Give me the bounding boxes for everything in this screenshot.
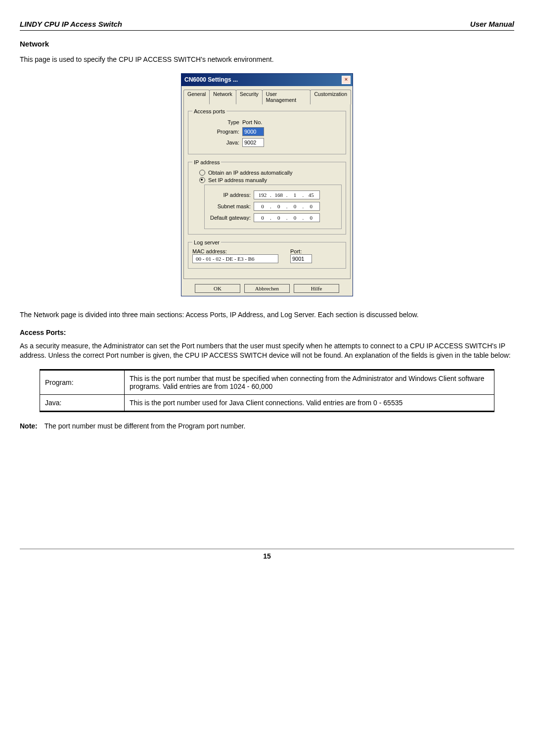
type-header: Type	[192, 119, 242, 125]
tab-body: Access ports Type Port No. Program: 9000…	[183, 104, 351, 279]
table-cell-key: Java:	[40, 394, 125, 411]
ip-octet: 168	[273, 192, 284, 198]
table-cell-value: This is the port number that must be spe…	[125, 370, 494, 394]
java-port-label: Java:	[192, 140, 242, 145]
help-button[interactable]: Hilfe	[294, 284, 339, 293]
ip-legend: IP address	[192, 159, 221, 165]
section-heading: Network	[20, 40, 514, 48]
tab-customization[interactable]: Customization	[310, 90, 351, 104]
access-ports-heading: Access Ports:	[20, 329, 514, 336]
log-legend: Log server	[192, 239, 221, 245]
log-server-group: Log server MAC address: 00 - 01 - 02 - D…	[188, 239, 346, 269]
ports-table: Program: This is the port number that mu…	[40, 369, 494, 412]
java-port-input[interactable]: 9002	[242, 138, 264, 147]
ip-octet: 0	[257, 203, 268, 209]
mask-label: Subnet mask:	[209, 203, 254, 209]
ip-octet: 0	[306, 215, 316, 221]
ip-octet: 0	[273, 215, 284, 221]
dialog-title: CN6000 Settings ...	[184, 76, 238, 83]
tab-user-management[interactable]: User Management	[262, 90, 311, 104]
ip-octet: 0	[290, 203, 301, 209]
radio-ip-auto-label: Obtain an IP address automatically	[208, 170, 292, 176]
tab-general[interactable]: General	[183, 90, 210, 104]
mac-input[interactable]: 00 - 01 - 02 - DE - E3 - B6	[192, 254, 278, 263]
ip-octet: 0	[257, 215, 268, 221]
program-port-label: Program:	[192, 129, 242, 135]
radio-ip-auto[interactable]: Obtain an IP address automatically	[199, 170, 342, 176]
table-cell-value: This is the port number used for Java Cl…	[125, 394, 494, 411]
gw-input[interactable]: 0. 0. 0. 0	[254, 213, 320, 222]
gw-label: Default gateway:	[209, 215, 254, 221]
portno-header: Port No.	[242, 119, 262, 125]
paragraph-sections: The Network page is divided into three m…	[20, 310, 514, 320]
ip-octet: 45	[306, 192, 316, 198]
ip-octet: 192	[257, 192, 268, 198]
mask-input[interactable]: 0. 0. 0. 0	[254, 202, 320, 211]
log-port-input[interactable]: 9001	[290, 254, 312, 263]
ip-octet: 1	[290, 192, 301, 198]
tab-network[interactable]: Network	[209, 90, 236, 104]
table-row: Java: This is the port number used for J…	[40, 394, 494, 411]
close-icon[interactable]: ×	[342, 76, 351, 84]
ip-octet: 0	[290, 215, 301, 221]
radio-icon	[199, 177, 205, 183]
radio-ip-manual-label: Set IP address manually	[208, 177, 267, 183]
dialog-titlebar: CN6000 Settings ... ×	[181, 74, 353, 86]
tab-strip: General Network Security User Management…	[183, 89, 351, 104]
ip-octet: 0	[306, 203, 316, 209]
note-text: The port number must be different from t…	[44, 422, 246, 430]
intro-paragraph: This page is used to specify the CPU IP …	[20, 55, 514, 64]
settings-dialog: CN6000 Settings ... × General Network Se…	[181, 73, 353, 296]
cancel-button[interactable]: Abbrechen	[244, 284, 290, 293]
ip-octet: 0	[273, 203, 284, 209]
ip-input[interactable]: 192. 168. 1. 45	[254, 190, 320, 199]
mac-label: MAC address:	[192, 248, 278, 254]
table-row: Program: This is the port number that mu…	[40, 370, 494, 394]
paragraph-access-ports: As a security measure, the Administrator…	[20, 341, 514, 360]
manual-ip-subgroup: IP address: 192. 168. 1. 45 Subnet mask:…	[204, 185, 342, 229]
radio-ip-manual[interactable]: Set IP address manually	[199, 177, 342, 183]
access-ports-legend: Access ports	[192, 108, 226, 114]
ip-address-group: IP address Obtain an IP address automati…	[188, 159, 346, 235]
radio-icon	[199, 170, 205, 176]
note-label: Note:	[20, 422, 38, 430]
tab-security[interactable]: Security	[236, 90, 263, 104]
program-port-input[interactable]: 9000	[242, 127, 264, 136]
ok-button[interactable]: OK	[195, 284, 240, 293]
log-port-label: Port:	[290, 248, 312, 254]
table-cell-key: Program:	[40, 370, 125, 394]
page-number: 15	[20, 549, 514, 560]
ip-label: IP address:	[209, 192, 254, 198]
doc-title-left: LINDY CPU IP Access Switch	[20, 20, 122, 28]
doc-title-right: User Manual	[470, 20, 514, 28]
access-ports-group: Access ports Type Port No. Program: 9000…	[188, 108, 346, 154]
